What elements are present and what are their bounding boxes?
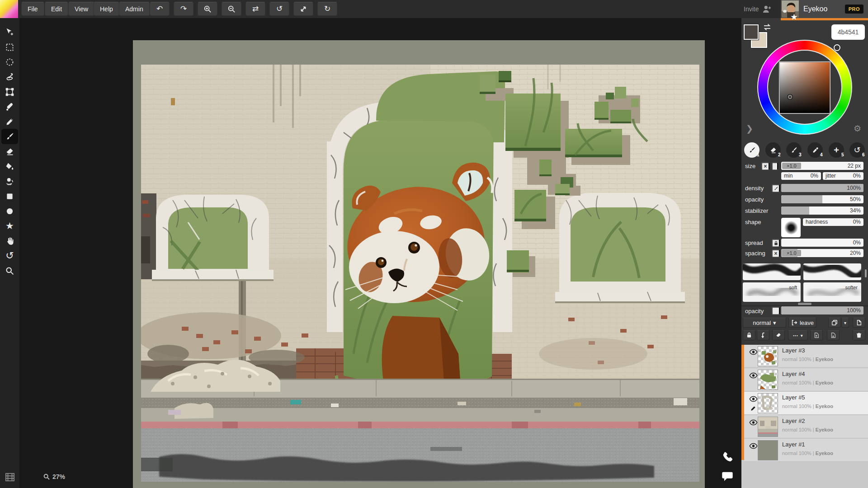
rotate-canvas-tool[interactable]: ↺ [1, 248, 18, 263]
brush-shape-preview[interactable] [781, 218, 801, 237]
rect-select-tool[interactable] [1, 39, 18, 55]
visibility-icon[interactable] [749, 396, 758, 402]
size-slider[interactable]: ×1.0 22 px [781, 162, 863, 170]
filmstrip-icon [5, 473, 15, 482]
rotate-ccw-button[interactable]: ↺ [269, 2, 289, 16]
zoom-indicator[interactable]: 27% [43, 473, 65, 480]
hex-color-input[interactable] [831, 24, 865, 40]
layer-row-4[interactable]: Layer #4 normal 100% | Eyekoo [744, 368, 868, 391]
min-field[interactable]: min 0% [781, 172, 821, 180]
canvas-artwork[interactable] [141, 65, 699, 482]
lock-layer-button[interactable] [743, 330, 755, 340]
timelapse-button[interactable] [5, 473, 15, 483]
chat-button[interactable] [721, 470, 734, 484]
merge-down-button[interactable] [757, 330, 769, 340]
jitter-field[interactable]: jitter 0% [823, 172, 863, 180]
layer-row-5[interactable]: Layer #5 normal 100% | Eyekoo [744, 392, 868, 415]
canvas[interactable] [133, 40, 705, 488]
primary-color-swatch[interactable] [744, 24, 759, 40]
brush-preset-hard2[interactable] [803, 263, 861, 280]
square-shape-icon [5, 192, 14, 201]
spacing-slider[interactable]: ×1.0 20% [781, 249, 863, 257]
redo-button[interactable]: ↷ [174, 2, 193, 16]
preset-resize-handle[interactable] [798, 303, 811, 305]
swap-colors-button[interactable] [763, 23, 772, 33]
smudge-tool[interactable] [1, 174, 18, 189]
hardness-field[interactable]: hardness 0% [803, 218, 863, 226]
reset-rotation-button[interactable]: ↻ [317, 2, 337, 16]
preset-scrollbar[interactable] [865, 269, 867, 277]
brush-tool[interactable] [1, 129, 18, 144]
export-layer-button[interactable] [827, 330, 840, 340]
new-layer-button[interactable] [853, 318, 865, 328]
merge-down-icon [760, 332, 766, 338]
star-shape-tool[interactable]: ★ [1, 218, 18, 234]
size-clear-button[interactable]: × [761, 162, 769, 170]
layer-row-1[interactable]: Layer #1 normal 100% | Eyekoo [744, 439, 868, 462]
transform-tool[interactable] [1, 84, 18, 99]
pencil-tool[interactable] [1, 114, 18, 129]
invite-button[interactable]: Invite [744, 0, 772, 18]
eyedropper-icon [811, 146, 819, 154]
lasso-tool[interactable] [1, 69, 18, 84]
blend-mode-dropdown[interactable]: normal ▾ [743, 318, 786, 328]
ink-pen-tool[interactable] [1, 99, 18, 114]
ellipse-select-tool[interactable] [1, 54, 18, 70]
zoom-tool[interactable] [1, 263, 18, 278]
duplicate-options-button[interactable]: ▾ [841, 318, 849, 328]
visibility-icon[interactable] [749, 443, 758, 449]
app-logo[interactable] [0, 0, 18, 18]
layer-row-2[interactable]: Layer #2 normal 100% | Eyekoo [744, 415, 868, 438]
visibility-icon[interactable] [749, 372, 758, 379]
density-slider[interactable]: 100% [781, 184, 863, 192]
spread-slider[interactable]: 0% [781, 239, 863, 247]
menu-file[interactable]: File [21, 2, 44, 16]
sv-cursor[interactable] [787, 94, 793, 100]
ellipse-shape-tool[interactable] [1, 203, 18, 219]
menu-admin[interactable]: Admin [119, 2, 150, 16]
color-settings-button[interactable]: ⚙ [854, 125, 861, 133]
brush-preset-soft[interactable]: soft [743, 282, 801, 302]
duplicate-layer-button[interactable] [828, 318, 841, 328]
rect-shape-tool[interactable] [1, 188, 18, 204]
layer-row-3[interactable]: Layer #3 normal 100% | Eyekoo [744, 345, 868, 368]
clear-layer-button[interactable] [772, 330, 785, 340]
size-value: 22 px [848, 162, 861, 170]
fit-screen-button[interactable] [293, 2, 313, 16]
spacing-clear-button[interactable]: × [772, 249, 780, 257]
size-pressure-toggle[interactable] [772, 162, 778, 170]
fill-tool[interactable] [1, 159, 18, 174]
menu-edit[interactable]: Edit [45, 2, 68, 16]
voice-call-button[interactable] [721, 451, 734, 465]
import-image-button[interactable] [810, 330, 823, 340]
stabilizer-slider[interactable]: 34% [781, 206, 863, 215]
diagonal-expand-icon [299, 5, 307, 13]
spread-lock-button[interactable] [772, 239, 780, 247]
layer-owner: Eyekoo [816, 404, 833, 409]
collapse-panel-button[interactable]: ❯ [746, 125, 753, 133]
layer-opacity-slider[interactable]: 100% [781, 306, 863, 314]
move-tool[interactable] [1, 24, 18, 40]
visibility-icon[interactable] [749, 419, 758, 426]
visibility-icon[interactable] [749, 349, 758, 355]
eraser-tool[interactable] [1, 144, 18, 159]
brush-preset-softer[interactable]: softer [803, 282, 861, 302]
hand-tool[interactable] [1, 233, 18, 249]
menu-view[interactable]: View [68, 2, 94, 16]
leave-button[interactable]: leave [788, 318, 816, 328]
brush-opacity-slider[interactable]: 50% [781, 195, 863, 203]
layer-opacity-toggle[interactable] [772, 307, 780, 314]
brush-opacity-value: 50% [850, 195, 861, 203]
delete-layer-button[interactable] [853, 330, 865, 340]
saturation-value-square[interactable] [780, 62, 830, 113]
paint-bucket-icon [5, 162, 14, 171]
hue-knob[interactable] [834, 44, 840, 51]
density-pressure-toggle[interactable] [772, 184, 780, 192]
menu-help[interactable]: Help [94, 2, 119, 16]
brush-preset-hard[interactable] [743, 263, 801, 280]
zoom-out-button[interactable] [222, 2, 241, 16]
layer-more-menu[interactable]: ••• ▾ [788, 330, 808, 340]
undo-button[interactable]: ↶ [150, 2, 170, 16]
flip-button[interactable]: ⇄ [245, 2, 265, 16]
zoom-in-button[interactable] [198, 2, 217, 16]
